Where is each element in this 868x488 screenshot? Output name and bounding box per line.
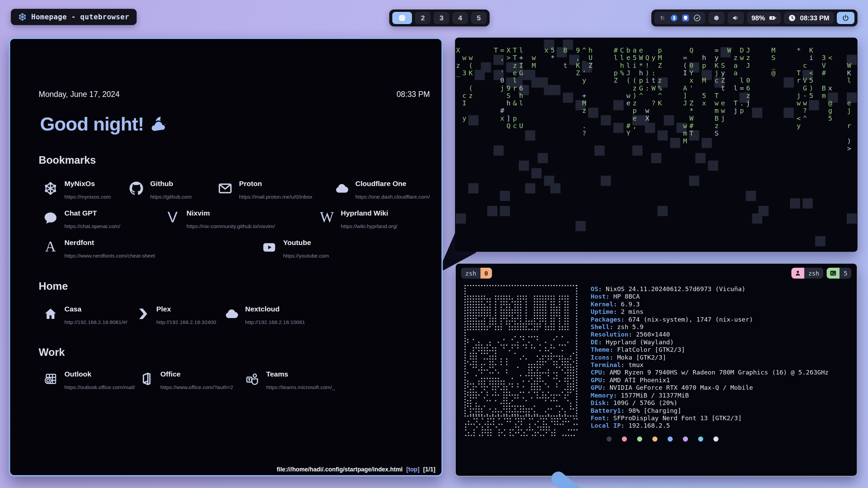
bookmark-row: Outlook https://outlook.office.com/mail/…	[10, 369, 441, 400]
home-icon	[44, 307, 57, 321]
workspace-button-2[interactable]: 2	[415, 12, 431, 24]
tray-status-group[interactable]	[654, 12, 705, 24]
bookmark-item-plex[interactable]: Plex http://192.168.2.16:32400	[135, 304, 216, 325]
palette-dot	[698, 436, 703, 442]
bookmark-item-nixvim[interactable]: V Nixvim https://nix-community.github.io…	[165, 208, 275, 229]
bookmark-url: https://chat.openai.com/	[64, 223, 120, 229]
bookmark-title: Plex	[156, 305, 216, 313]
moon-cloud-icon	[149, 115, 167, 133]
fetch-info-line: Packages: 674 (nix-system), 1747 (nix-us…	[591, 316, 829, 323]
terminal-color-palette	[607, 436, 718, 442]
palette-dot	[607, 436, 612, 442]
fetch-info-line: Font: SFProDisplay Nerd Font 13 [GTK2/3]	[591, 414, 829, 422]
workspace-button-4[interactable]: 4	[452, 12, 468, 24]
letter-v-glyph: V	[167, 209, 177, 225]
bookmark-title: Teams	[266, 370, 335, 378]
section-heading-bookmarks: Bookmarks	[39, 154, 96, 166]
bookmark-title: Nerdfont	[64, 239, 155, 247]
bookmark-item-proton[interactable]: Proton https://mail.proton.me/u/0/inbox	[217, 179, 312, 200]
tray-clock[interactable]: 08:33 PM	[784, 12, 834, 24]
clock-icon	[788, 14, 796, 22]
palette-dot	[622, 436, 627, 442]
check-circle-icon	[693, 14, 701, 22]
startpage-time: 08:33 PM	[397, 90, 430, 99]
bookmark-item-chat-gpt[interactable]: Chat GPT https://chat.openai.com/	[43, 208, 120, 229]
tmux-window-count: 5	[840, 268, 851, 279]
tray-battery[interactable]: 98%	[747, 12, 781, 24]
bookmark-title: Chat GPT	[64, 209, 120, 217]
outlook-icon	[44, 372, 57, 386]
bookmark-title: MyNixOs	[64, 180, 111, 188]
letter-a-glyph: A	[45, 239, 56, 255]
nix-snowflake-icon	[18, 13, 26, 21]
startpage-date: Monday, June 17, 2024	[39, 90, 120, 99]
matrix-terminal-window[interactable]	[455, 38, 857, 252]
workspace-button-5[interactable]: 5	[471, 12, 487, 24]
bookmark-url: https://outlook.office.com/mail/	[64, 384, 135, 390]
bookmark-url: https://wiki.hyprland.org/	[341, 223, 397, 229]
tray-volume[interactable]	[728, 12, 744, 24]
power-button[interactable]	[837, 12, 854, 24]
github-icon	[130, 182, 143, 195]
fetch-info-line: Kernel: 6.9.3	[591, 301, 829, 308]
bookmark-item-hyprland-wiki[interactable]: W Hyprland Wiki https://wiki.hyprland.or…	[319, 208, 397, 229]
bookmark-url: http://192.168.2.16:10081	[245, 319, 305, 325]
fetch-terminal-window[interactable]: zsh 0 zsh 5 OS: NixOS 24.11.20240612.57d…	[455, 263, 857, 476]
bookmark-item-mynixos[interactable]: MyNixOs https://mynixos.com	[43, 179, 111, 200]
tmux-session-pill[interactable]: zsh 0	[461, 268, 492, 279]
bookmark-url: https://www.office.com/?auth=2	[160, 384, 233, 390]
fetch-info-line: Memory: 1577MiB / 31377MiB	[591, 392, 829, 399]
workspace-switcher: 2345	[389, 9, 490, 26]
tmux-window-index: 0	[480, 268, 492, 279]
fetch-info-line: Uptime: 2 mins	[591, 308, 829, 316]
bookmark-item-youtube[interactable]: Youtube https://youtube.com	[261, 238, 329, 259]
statusbar-scroll-position: [top]	[404, 466, 421, 473]
bookmark-title: Office	[160, 370, 233, 378]
fetch-info-line: DE: Hyprland (Wayland)	[591, 339, 829, 346]
bookmark-title: Cloudflare One	[355, 180, 430, 188]
palette-dot	[683, 436, 688, 442]
fetch-info-line: OS: NixOS 24.11.20240612.57d6973 (Vicuña…	[591, 285, 829, 293]
bookmark-title: Youtube	[283, 239, 329, 247]
fetch-info-line: Resolution: 868×488	[591, 331, 829, 338]
shield-icon	[682, 14, 689, 22]
bookmark-item-teams[interactable]: Teams https://teams.microsoft.com/_	[244, 369, 335, 390]
fetch-info-list: OS: NixOS 24.11.20240612.57d6973 (Vicuña…	[591, 285, 829, 430]
nix-snowflake-icon	[44, 182, 57, 195]
fetch-info-line: Host: HP 8BCA	[591, 293, 829, 300]
greeting: Good night!	[40, 113, 167, 135]
workspace-button-3[interactable]: 3	[434, 12, 449, 24]
shell-prompt[interactable]: nixos main *?!+	[465, 460, 639, 488]
terminal-icon	[827, 268, 840, 279]
bookmark-item-nextcloud[interactable]: Nextcloud http://192.168.2.16:10081	[223, 304, 305, 325]
record-dot-icon	[713, 14, 720, 22]
palette-dot	[668, 436, 673, 442]
tray-record-indicator[interactable]	[708, 12, 725, 24]
system-tray: 98% 08:33 PM	[651, 9, 857, 26]
workspace-button-1[interactable]	[392, 12, 412, 24]
bookmark-item-outlook[interactable]: Outlook https://outlook.office.com/mail/	[43, 369, 135, 390]
bookmark-title: Nextcloud	[245, 305, 305, 313]
bookmark-url: https://youtube.com	[283, 253, 329, 259]
prompt-arrow-icon	[527, 460, 628, 488]
plex-icon	[136, 307, 149, 321]
bookmark-item-github[interactable]: Github https://github.com	[129, 179, 192, 200]
bookmark-title: Outlook	[64, 370, 135, 378]
bookmark-item-nerdfont[interactable]: A Nerdfont https://www.nerdfonts.com/che…	[43, 238, 155, 259]
bookmark-item-office[interactable]: Office https://www.office.com/?auth=2	[139, 369, 233, 390]
mail-icon	[218, 182, 232, 195]
active-window-dot	[399, 15, 405, 21]
bookmark-title: Github	[150, 180, 192, 188]
section-heading-home: Home	[39, 280, 68, 292]
bookmark-item-casa[interactable]: Casa http://192.168.2.16:8081/#/	[43, 304, 127, 325]
bookmark-url: https://mynixos.com	[64, 194, 111, 200]
window-title-pill[interactable]: Homepage - qutebrowser	[11, 9, 137, 25]
youtube-icon	[262, 241, 276, 254]
person-icon	[791, 268, 804, 279]
bookmark-item-cloudflare-one[interactable]: Cloudflare One https://one.dash.cloudfla…	[334, 179, 430, 200]
cloud-icon	[335, 182, 348, 195]
teams-icon	[245, 372, 259, 386]
bookmark-title: Nixvim	[186, 209, 275, 217]
qutebrowser-window[interactable]: Monday, June 17, 2024 08:33 PM Good nigh…	[9, 38, 443, 476]
tmux-session-name: zsh	[461, 268, 480, 279]
